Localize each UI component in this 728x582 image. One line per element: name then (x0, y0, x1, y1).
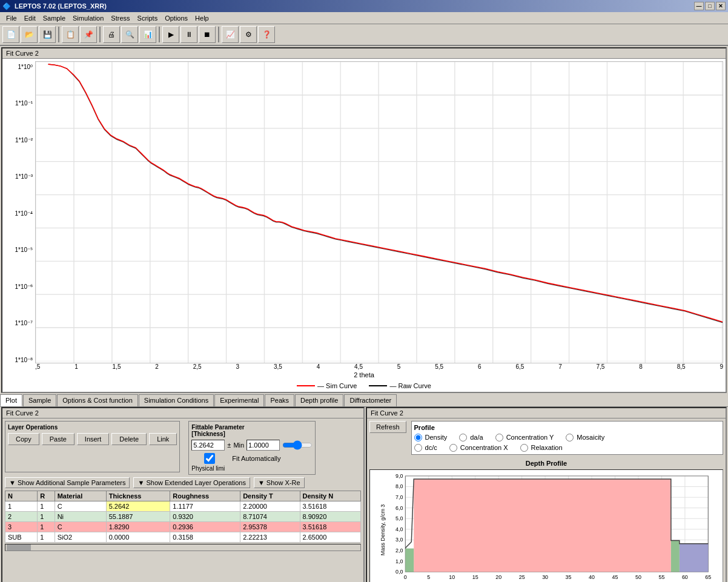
toolbar-sep1 (58, 27, 59, 42)
y-axis-label-5: 5,0 (395, 515, 403, 521)
cell-density-t[interactable]: 2.20000 (240, 501, 300, 511)
menu-edit[interactable]: Edit (21, 13, 39, 23)
tab-plot[interactable]: Plot (0, 394, 22, 406)
min-value-input[interactable] (247, 440, 280, 451)
y-axis-label-8: 8,0 (395, 483, 403, 489)
x-label-10: 5,5 (435, 363, 443, 370)
radio-dcc-input[interactable] (414, 444, 422, 452)
table-scrollbar[interactable] (5, 544, 361, 551)
refresh-button[interactable]: Refresh (369, 421, 406, 433)
radio-conc-x-input[interactable] (449, 444, 457, 452)
show-xre-btn[interactable]: ▼ Show X-Re (254, 477, 305, 488)
maximize-button[interactable]: □ (705, 2, 715, 10)
toolbar-copy[interactable]: 📋 (62, 26, 79, 43)
cell-thickness[interactable]: 1.8290 (106, 521, 170, 532)
toolbar-stop[interactable]: ⏹ (199, 26, 216, 43)
toolbar-fit[interactable]: 📈 (222, 26, 239, 43)
cell-roughness[interactable]: 0.3158 (170, 532, 240, 542)
x-label-12: 6,5 (515, 363, 524, 370)
y-axis-label-1: 1,0 (395, 558, 403, 564)
cell-density-n[interactable]: 3.51618 (300, 521, 361, 532)
radio-relaxation-input[interactable] (520, 444, 528, 452)
tab-depth-profile[interactable]: Depth profile (295, 394, 343, 406)
toolbar-pause[interactable]: ⏸ (180, 26, 197, 43)
close-button[interactable]: ✕ (716, 2, 726, 10)
fit-param-value[interactable] (191, 440, 225, 451)
cell-roughness[interactable]: 1.1177 (170, 501, 240, 511)
tab-options-cost[interactable]: Options & Cost function (57, 394, 138, 406)
radio-conc-y-input[interactable] (495, 434, 503, 441)
layer-ops-box: Layer Operations Copy Paste Insert Delet… (5, 421, 180, 472)
x-label-17: 9 (720, 363, 723, 370)
toolbar-preview[interactable]: 🔍 (121, 26, 138, 43)
cell-density-n[interactable]: 8.90920 (300, 511, 361, 521)
profile-row2: dc/c Concentration X Relaxation (414, 444, 720, 452)
cell-n: 2 (5, 511, 38, 521)
radio-conc-x-label: Concentration X (460, 444, 508, 451)
col-density-n: Density N (300, 491, 361, 501)
radio-dcc-label: dc/c (425, 444, 437, 451)
ops-row: Layer Operations Copy Paste Insert Delet… (5, 421, 361, 475)
x-axis-label-25: 25 (519, 574, 525, 580)
menu-scripts[interactable]: Scripts (134, 13, 162, 23)
cell-material[interactable]: C (55, 521, 106, 532)
link-button[interactable]: Link (149, 433, 177, 445)
toolbar-open[interactable]: 📂 (21, 26, 38, 43)
c-layer1-rect (405, 548, 414, 572)
fit-slider[interactable] (282, 440, 313, 451)
menu-options[interactable]: Options (161, 13, 191, 23)
cell-material[interactable]: C (55, 501, 106, 511)
show-extended-btn[interactable]: ▼ Show Extended Layer Operations (133, 477, 250, 488)
toolbar-export[interactable]: 📊 (139, 26, 156, 43)
y-label-0: 1*10⁰ (5, 64, 33, 70)
menu-file[interactable]: File (2, 13, 21, 23)
cell-material[interactable]: Ni (55, 511, 106, 521)
toolbar-run[interactable]: ▶ (162, 26, 179, 43)
cell-n: 3 (5, 521, 38, 532)
toolbar-print[interactable]: 🖨 (103, 26, 120, 43)
cell-r: 1 (38, 521, 55, 532)
menu-sample[interactable]: Sample (39, 13, 69, 23)
radio-density-input[interactable] (414, 434, 422, 441)
cell-density-t[interactable]: 8.71074 (240, 511, 300, 521)
toolbar-help[interactable]: ❓ (258, 26, 275, 43)
toolbar-paste[interactable]: 📌 (80, 26, 97, 43)
cell-density-n[interactable]: 2.65000 (300, 532, 361, 542)
cell-density-t[interactable]: 2.22213 (240, 532, 300, 542)
radio-daa-label: da/a (470, 434, 483, 441)
tab-sim-conditions[interactable]: Simulation Conditions (139, 394, 214, 406)
cell-thickness[interactable]: 5.2642 (106, 501, 170, 511)
toolbar-new[interactable]: 📄 (2, 26, 19, 43)
cell-thickness[interactable]: 55.1887 (106, 511, 170, 521)
menu-stress[interactable]: Stress (107, 13, 133, 23)
fit-auto-checkbox[interactable] (191, 453, 228, 464)
radio-daa-input[interactable] (459, 434, 467, 441)
cell-roughness[interactable]: 0.9320 (170, 511, 240, 521)
menu-simulation[interactable]: Simulation (69, 13, 107, 23)
radio-mosaicity-input[interactable] (566, 434, 574, 441)
tab-sample[interactable]: Sample (23, 394, 56, 406)
cell-thickness[interactable]: 0.0000 (106, 532, 170, 542)
tab-peaks[interactable]: Peaks (265, 394, 294, 406)
cell-n: SUB (5, 532, 38, 542)
show-additional-btn[interactable]: ▼ Show Additional Sample Parameters (5, 477, 130, 488)
delete-button[interactable]: Delete (111, 433, 147, 445)
menu-help[interactable]: Help (191, 13, 213, 23)
fit-param-row1: ± Min (191, 440, 313, 451)
toolbar-save[interactable]: 💾 (39, 26, 56, 43)
main-content: Fit Curve 2 1*10⁰ 1*10⁻¹ 1*10⁻² 1*10⁻³ 1… (0, 46, 728, 582)
y-axis-label-2: 2,0 (395, 547, 403, 554)
cell-roughness[interactable]: 0.2936 (170, 521, 240, 532)
tab-experimental[interactable]: Experimental (214, 394, 264, 406)
toolbar-settings[interactable]: ⚙ (240, 26, 257, 43)
cell-material[interactable]: SiO2 (55, 532, 106, 542)
insert-button[interactable]: Insert (77, 433, 110, 445)
copy-button[interactable]: Copy (8, 433, 39, 445)
cell-density-t[interactable]: 2.95378 (240, 521, 300, 532)
y-label-1: 1*10⁻¹ (5, 100, 33, 107)
minimize-button[interactable]: — (694, 2, 704, 10)
cell-density-n[interactable]: 3.51618 (300, 501, 361, 511)
paste-button[interactable]: Paste (42, 433, 74, 445)
tab-diffractometer[interactable]: Diffractometer (344, 394, 397, 406)
radio-mosaicity: Mosaicity (566, 434, 604, 441)
